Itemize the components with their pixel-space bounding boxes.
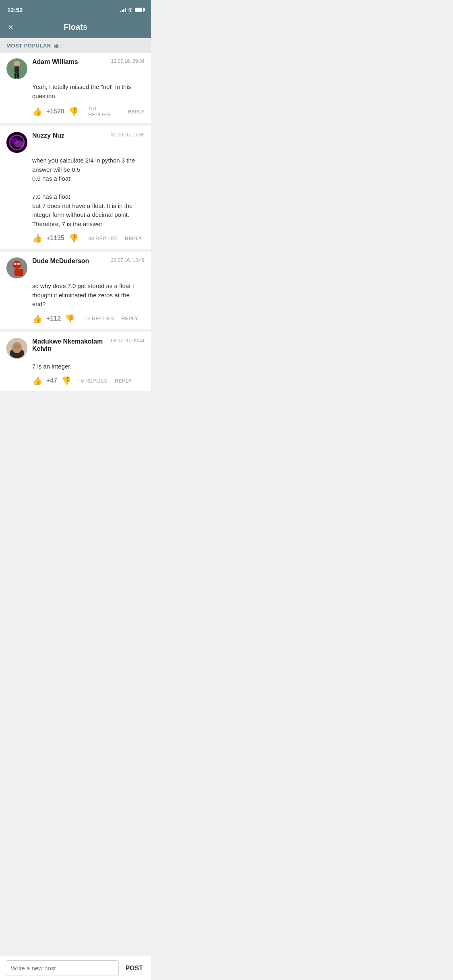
post-meta: Adam Williams 13.07.16, 09:34 xyxy=(32,58,145,66)
thumbs-down-icon[interactable]: 👎 xyxy=(65,314,75,323)
avatar xyxy=(6,132,27,153)
post-name-row: Nuzzy Nuz 31.10.16, 17:35 xyxy=(32,132,145,139)
post-date: 31.10.16, 17:35 xyxy=(111,132,145,138)
thumbs-up-icon[interactable]: 👍 xyxy=(32,233,42,243)
post-author-name: Nuzzy Nuz xyxy=(32,132,64,139)
close-button[interactable]: × xyxy=(8,23,13,32)
svg-point-12 xyxy=(14,263,17,265)
svg-point-17 xyxy=(14,344,20,349)
status-icons: ⊜ xyxy=(120,6,144,13)
vote-count: +112 xyxy=(46,315,61,322)
replies-count: 38 REPLIES xyxy=(88,235,118,241)
post-actions: 👍 +1135 👎 38 REPLIES REPLY xyxy=(32,233,145,243)
post-author-name: Adam Williams xyxy=(32,58,78,66)
post-name-row: Adam Williams 13.07.16, 09:34 xyxy=(32,58,145,66)
avatar xyxy=(6,257,27,278)
header: × Floats xyxy=(0,18,151,38)
svg-point-13 xyxy=(17,263,20,265)
post-meta: Dude McDuderson 26.07.16, 13:49 xyxy=(32,257,145,265)
post-date: 13.07.16, 09:34 xyxy=(111,58,145,64)
post-item: Adam Williams 13.07.16, 09:34 Yeah, I to… xyxy=(0,53,151,123)
post-actions: 👍 +47 👎 6 REPLIES REPLY xyxy=(32,376,145,385)
post-date: 26.07.16, 13:49 xyxy=(111,257,145,263)
post-body: 7 is an integer. xyxy=(32,362,145,371)
post-date: 08.07.16, 09:44 xyxy=(111,338,145,344)
svg-rect-1 xyxy=(14,61,20,66)
reply-button[interactable]: REPLY xyxy=(121,315,138,321)
svg-point-8 xyxy=(14,140,24,148)
thumbs-up-icon[interactable]: 👍 xyxy=(32,314,42,323)
post-author-name: Dude McDuderson xyxy=(32,257,89,265)
post-header: Dude McDuderson 26.07.16, 13:49 xyxy=(6,257,145,278)
replies-count: 161 REPLIES xyxy=(88,105,120,117)
post-header: Adam Williams 13.07.16, 09:34 xyxy=(6,58,145,79)
avatar xyxy=(6,58,27,79)
reply-button[interactable]: REPLY xyxy=(125,235,142,241)
post-item: Dude McDuderson 26.07.16, 13:49 so why d… xyxy=(0,252,151,329)
sort-desc-icon[interactable]: ▦↓ xyxy=(54,42,62,49)
svg-point-10 xyxy=(13,261,21,269)
svg-rect-4 xyxy=(17,73,19,78)
posts-container: Adam Williams 13.07.16, 09:34 Yeah, I to… xyxy=(0,53,151,391)
reply-button[interactable]: REPLY xyxy=(128,109,145,115)
post-item: Madukwe Nkemakolam Kelvin 08.07.16, 09:4… xyxy=(0,332,151,391)
signal-icon xyxy=(120,7,126,12)
status-bar: 12:52 ⊜ xyxy=(0,0,151,18)
post-body: when you calculate 2/4 in python 3 the a… xyxy=(32,156,145,229)
svg-rect-2 xyxy=(14,66,19,73)
svg-rect-3 xyxy=(14,73,17,78)
reply-button[interactable]: REPLY xyxy=(115,378,132,384)
battery-icon xyxy=(135,8,144,12)
replies-count: 12 REPLIES xyxy=(85,315,114,321)
post-name-row: Dude McDuderson 26.07.16, 13:49 xyxy=(32,257,145,265)
vote-count: +1135 xyxy=(46,235,64,242)
post-actions: 👍 +1528 👎 161 REPLIES REPLY xyxy=(32,105,145,117)
wifi-icon: ⊜ xyxy=(128,6,133,13)
sort-label: MOST POPULAR xyxy=(6,43,51,49)
svg-rect-11 xyxy=(14,269,23,276)
thumbs-up-icon[interactable]: 👍 xyxy=(32,376,42,385)
header-title: Floats xyxy=(64,23,87,32)
post-name-row: Madukwe Nkemakolam Kelvin 08.07.16, 09:4… xyxy=(32,338,145,352)
avatar xyxy=(6,338,27,359)
vote-count: +1528 xyxy=(46,108,64,115)
thumbs-down-icon[interactable]: 👎 xyxy=(61,376,71,385)
thumbs-up-icon[interactable]: 👍 xyxy=(32,107,42,116)
post-body: Yeah, I totally missed the "not" in this… xyxy=(32,82,145,101)
post-item: Nuzzy Nuz 31.10.16, 17:35 when you calcu… xyxy=(0,126,151,249)
post-meta: Madukwe Nkemakolam Kelvin 08.07.16, 09:4… xyxy=(32,338,145,352)
replies-count: 6 REPLIES xyxy=(81,378,108,384)
post-body: so why does 7.0 get stored as a float I … xyxy=(32,282,145,309)
post-meta: Nuzzy Nuz 31.10.16, 17:35 xyxy=(32,132,145,139)
thumbs-down-icon[interactable]: 👎 xyxy=(68,107,79,116)
post-header: Nuzzy Nuz 31.10.16, 17:35 xyxy=(6,132,145,153)
post-header: Madukwe Nkemakolam Kelvin 08.07.16, 09:4… xyxy=(6,338,145,359)
status-time: 12:52 xyxy=(7,6,23,13)
sort-bar[interactable]: MOST POPULAR ▦↓ xyxy=(0,38,151,53)
post-author-name: Madukwe Nkemakolam Kelvin xyxy=(32,338,111,352)
thumbs-down-icon[interactable]: 👎 xyxy=(68,233,79,243)
post-actions: 👍 +112 👎 12 REPLIES REPLY xyxy=(32,314,145,323)
vote-count: +47 xyxy=(46,377,57,384)
